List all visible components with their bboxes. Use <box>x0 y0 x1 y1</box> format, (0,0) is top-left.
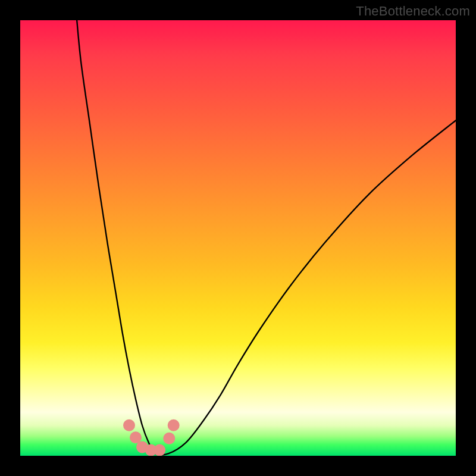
watermark-text: TheBottleneck.com <box>356 4 470 19</box>
marker-group <box>123 419 180 456</box>
chart-svg <box>20 20 456 456</box>
bottleneck-curve <box>77 20 456 455</box>
valley-marker <box>168 419 180 431</box>
valley-marker <box>154 444 165 456</box>
valley-marker <box>163 433 175 444</box>
valley-marker <box>123 419 135 431</box>
chart-plot-area <box>20 20 456 456</box>
chart-frame: TheBottleneck.com <box>0 0 476 476</box>
